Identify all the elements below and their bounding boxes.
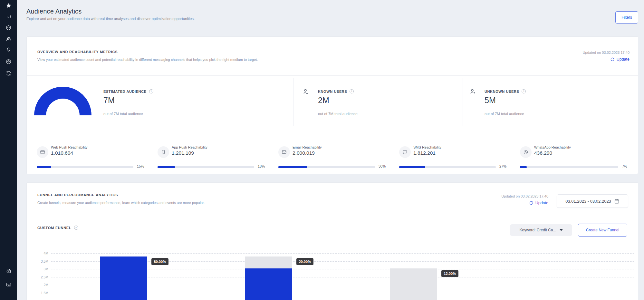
- chart-vertical-gridline: [486, 253, 486, 300]
- overview-updated-text: Updated on 03.02.2023 17:40: [582, 51, 630, 54]
- whatsapp-icon: [520, 146, 532, 158]
- chart-vertical-gridline: [196, 253, 196, 300]
- reach-label: Web Push Reachability: [51, 145, 88, 149]
- funnel-bar-chart: 4M3.5M3M2.5M2M1.5M80.00%20.00%12.00%: [27, 246, 639, 300]
- y-axis-line: [51, 252, 51, 300]
- keyword-dropdown[interactable]: Keyword: Credit Ca...: [510, 224, 572, 236]
- divider: [463, 78, 463, 126]
- funnel-card: FUNNEL AND PERFORMANCE ANALYTICS Create …: [26, 182, 638, 300]
- star-icon[interactable]: [0, 1, 17, 10]
- reach-value: 1,010,604: [51, 150, 73, 156]
- package-icon[interactable]: [0, 23, 17, 33]
- eye-icon[interactable]: [0, 57, 17, 66]
- overview-title: OVERVIEW AND REACHABILITY METRICS: [37, 50, 118, 54]
- stat-value-known-users: 2M: [318, 96, 329, 105]
- users-icon[interactable]: [0, 34, 17, 44]
- y-axis-tick-label: 4M: [29, 251, 48, 255]
- mobile-icon: [158, 146, 169, 158]
- divider: [27, 131, 638, 131]
- funnel-update-button[interactable]: Update: [529, 201, 548, 205]
- progress-fill: [520, 166, 527, 168]
- overview-update-button[interactable]: Update: [610, 57, 630, 62]
- funnel-updated-text: Updated on 03.02.2023 17:40: [501, 194, 548, 198]
- overview-update-label: Update: [617, 57, 630, 62]
- stat-label-text: ESTIMATED AUDIENCE: [103, 90, 147, 93]
- progress-fill: [278, 166, 307, 168]
- progress-track: [278, 166, 375, 168]
- reach-value: 1,812,201: [413, 150, 436, 156]
- divider: [293, 78, 294, 126]
- overview-subtitle: View your estimated audience count and p…: [37, 58, 258, 62]
- calendar-icon: [614, 198, 620, 204]
- funnel-conversion-badge: 20.00%: [296, 258, 313, 265]
- keyword-dropdown-value: Keyword: Credit Ca...: [519, 228, 556, 232]
- filters-button[interactable]: Filters: [615, 11, 638, 24]
- divider: [27, 217, 638, 217]
- stat-value-unknown-users: 5M: [485, 96, 496, 105]
- reach-label: Email Reachability: [293, 145, 322, 149]
- reach-label: SMS Reachability: [413, 145, 441, 149]
- reach-percent: 7%: [622, 164, 627, 168]
- funnel-bar[interactable]: [245, 268, 292, 300]
- chart-gridline: [51, 253, 634, 254]
- progress-fill: [158, 166, 175, 168]
- chevron-down-icon: [560, 229, 563, 231]
- user-question-icon: [469, 88, 476, 95]
- reach-percent: 27%: [499, 164, 506, 168]
- reach-label: WhatsApp Reachability: [534, 145, 571, 149]
- stat-sub-estimated-audience: out of 7M total audience: [103, 112, 143, 116]
- y-axis-tick-label: 3M: [29, 267, 48, 271]
- reach-value: 436,290: [534, 150, 552, 156]
- y-axis-tick-label: 2M: [29, 283, 48, 287]
- help-icon[interactable]: ?: [350, 89, 354, 93]
- refresh-icon: [610, 57, 615, 62]
- stat-value-estimated-audience: 7M: [103, 96, 115, 105]
- funnel-bar[interactable]: [100, 256, 147, 300]
- funnel-conversion-badge: 80.00%: [151, 258, 168, 265]
- help-icon[interactable]: ?: [74, 226, 78, 230]
- lock-icon[interactable]: [0, 266, 17, 276]
- funnel-title: FUNNEL AND PERFORMANCE ANALYTICS: [37, 193, 118, 197]
- chart-vertical-gridline: [341, 253, 341, 300]
- progress-track: [158, 166, 254, 168]
- refresh-icon: [529, 201, 533, 205]
- envelope-icon: [278, 146, 290, 158]
- chat-bubble-icon: [399, 146, 411, 158]
- page-title: Audience Analytics: [26, 8, 82, 15]
- stat-sub-unknown-users: out of 7M total audience: [485, 112, 524, 116]
- help-icon[interactable]: ?: [149, 89, 153, 93]
- custom-funnel-title: CUSTOM FUNNEL ?: [37, 226, 78, 230]
- chart-vertical-gridline: [631, 253, 631, 300]
- divider: [27, 75, 638, 76]
- progress-track: [37, 166, 133, 168]
- sync-icon[interactable]: [0, 68, 17, 78]
- reach-percent: 30%: [379, 164, 386, 168]
- funnel-update-label: Update: [535, 201, 548, 205]
- stat-label-known-users: KNOWN USERS ?: [318, 89, 354, 93]
- page-subtitle: Explore and act on your audience data wi…: [26, 17, 195, 21]
- y-axis-tick-label: 1.5M: [29, 291, 48, 295]
- reach-value: 1,201,109: [172, 150, 194, 156]
- user-check-icon: [303, 88, 310, 95]
- stat-label-text: UNKNOWN USERS: [485, 90, 519, 93]
- lightbulb-icon[interactable]: [0, 45, 17, 55]
- date-range-picker[interactable]: 03.01.2023 - 03.02.2023: [557, 194, 628, 208]
- reach-percent: 18%: [258, 164, 265, 168]
- stat-label-text: KNOWN USERS: [318, 90, 347, 93]
- progress-fill: [399, 166, 425, 168]
- stat-label-estimated-audience: ESTIMATED AUDIENCE ?: [103, 89, 153, 93]
- app-grid-icon[interactable]: [0, 280, 17, 289]
- stat-label-unknown-users: UNKNOWN USERS ?: [485, 89, 526, 93]
- progress-track: [520, 166, 618, 168]
- create-new-funnel-button[interactable]: Create New Funnel: [578, 224, 627, 237]
- funnel-subtitle: Create funnels, measure your audience pe…: [37, 201, 205, 205]
- help-icon[interactable]: ?: [522, 89, 526, 93]
- overview-card: OVERVIEW AND REACHABILITY METRICS View y…: [26, 36, 638, 174]
- reach-label: App Push Reachability: [172, 145, 207, 149]
- progress-fill: [37, 166, 51, 168]
- stat-sub-known-users: out of 7M total audience: [318, 112, 358, 116]
- funnel-bar-total[interactable]: [390, 268, 437, 300]
- browser-icon: [37, 146, 48, 158]
- custom-funnel-label: CUSTOM FUNNEL: [37, 226, 72, 230]
- bar-chart-icon[interactable]: [0, 12, 17, 22]
